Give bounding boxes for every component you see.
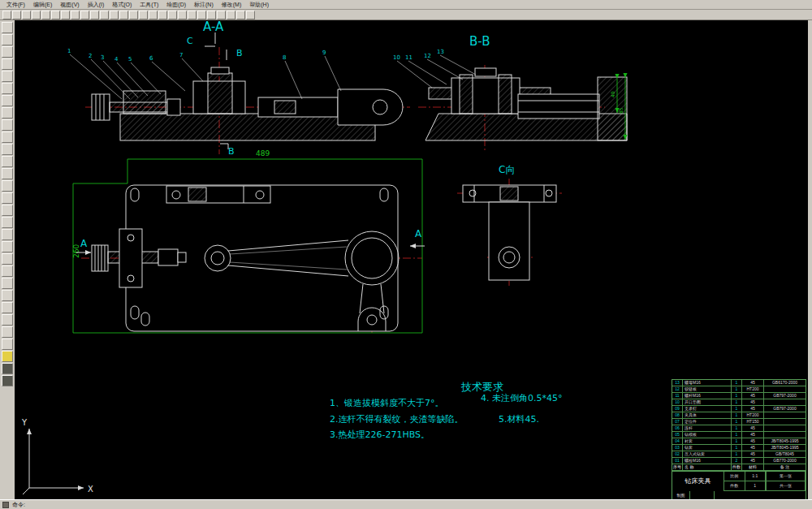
side-toolbar-button[interactable] <box>2 119 13 131</box>
side-toolbar-button[interactable] <box>2 265 13 277</box>
side-toolbar-button[interactable] <box>2 205 13 216</box>
menu-item[interactable]: 视图(V) <box>57 1 82 9</box>
toolbar-button[interactable] <box>188 11 197 19</box>
side-toolbar-button[interactable] <box>2 168 13 179</box>
side-toolbar-button[interactable] <box>2 375 13 386</box>
toolbar-button[interactable] <box>129 11 138 19</box>
toolbar-button[interactable] <box>119 11 128 19</box>
bom-cell-no: 09 <box>672 406 683 412</box>
menu-item[interactable]: 格式(O) <box>109 1 135 9</box>
bom-cell-note <box>764 425 806 431</box>
side-toolbar-button[interactable] <box>2 22 13 33</box>
bom-cell-note <box>764 386 806 392</box>
technical-requirements: 技术要求 1、锻造拔模斜度不大于7°。 4. 未注倒角0.5*45° 2.连杆不… <box>330 381 562 440</box>
side-toolbar-button[interactable] <box>2 363 13 374</box>
menu-item[interactable]: 文件(F) <box>3 1 28 9</box>
side-toolbar-button[interactable] <box>2 144 13 155</box>
menu-item[interactable]: 绘图(D) <box>163 1 189 9</box>
toolbar-button[interactable] <box>197 11 206 19</box>
toolbar-button[interactable] <box>61 11 70 19</box>
toolbar-button[interactable] <box>158 11 167 19</box>
right-scrollbar[interactable] <box>808 20 812 499</box>
toolbar-button[interactable] <box>168 11 177 19</box>
view-label-c: C向 <box>499 164 515 175</box>
qty-label: 件数 <box>724 481 745 491</box>
dim-plan-width: 489 <box>256 149 270 157</box>
menu-item[interactable]: 插入(I) <box>84 1 108 9</box>
toolbar-button[interactable] <box>139 11 148 19</box>
side-toolbar-button[interactable] <box>2 290 13 301</box>
callout-10: 10 <box>393 54 400 61</box>
bom-cell-name: 压入式钻套 <box>683 451 732 457</box>
side-toolbar-button[interactable] <box>2 241 13 252</box>
bom-cell-mat: 45 <box>742 393 764 399</box>
side-toolbar-button[interactable] <box>2 302 13 313</box>
toolbar-button[interactable] <box>90 11 99 19</box>
side-toolbar-button[interactable] <box>2 83 13 94</box>
menu-item[interactable]: 帮助(H) <box>246 1 272 9</box>
toolbar-button[interactable] <box>80 11 89 19</box>
title-block-sheets: 第一张 共一张 <box>767 472 806 491</box>
command-bar[interactable]: 命令: <box>0 499 812 509</box>
side-toolbar-button[interactable] <box>2 180 13 192</box>
bom-cell-qty: 1 <box>732 432 742 438</box>
side-toolbar-button[interactable] <box>2 107 13 119</box>
toolbar-button[interactable] <box>236 11 245 19</box>
bom-cell-mat: 材料 <box>742 464 764 470</box>
toolbar-button[interactable] <box>110 11 119 19</box>
bom-cell-note <box>764 399 806 405</box>
bom-cell-no: 12 <box>672 386 683 392</box>
side-toolbar-button[interactable] <box>2 314 13 326</box>
command-prompt[interactable]: 命令: <box>12 501 25 509</box>
toolbar-button[interactable] <box>71 11 80 19</box>
side-toolbar-button[interactable] <box>2 71 13 82</box>
side-toolbar-button[interactable] <box>2 34 13 45</box>
side-toolbar-button[interactable] <box>2 339 13 350</box>
toolbar-button[interactable] <box>12 11 21 19</box>
bom-header-row: 序号名 称件数材料备 注 <box>672 464 806 471</box>
menu-item[interactable]: 修改(M) <box>218 1 245 9</box>
toolbar-button[interactable] <box>149 11 158 19</box>
toolbar-button[interactable] <box>246 11 255 19</box>
toolbar-button[interactable] <box>227 11 235 19</box>
tech-req-line-1: 1、锻造拔模斜度不大于7°。 <box>330 398 444 408</box>
bom-cell-note: GB6170-2000 <box>764 380 806 386</box>
callout-7: 7 <box>179 52 183 58</box>
side-toolbar-button[interactable] <box>2 95 13 106</box>
bom-cell-qty: 1 <box>732 406 742 412</box>
toolbar-button[interactable] <box>178 11 187 19</box>
side-toolbar-button[interactable] <box>2 278 13 289</box>
side-toolbar-button[interactable] <box>2 326 13 338</box>
side-toolbar-button[interactable] <box>2 217 13 228</box>
toolbar-button[interactable] <box>22 11 31 19</box>
bom-cell-name: 夹具体 <box>683 412 732 418</box>
menu-item[interactable]: 编辑(E) <box>30 1 55 9</box>
toolbar-button[interactable] <box>2 11 11 19</box>
side-toolbar-button[interactable] <box>2 46 13 58</box>
toolbar-button[interactable] <box>217 11 226 19</box>
bom-cell-qty: 1 <box>732 380 742 386</box>
drawing-area[interactable]: A-A C B B 1 2 3 4 5 6 <box>15 20 808 499</box>
toolbar-button[interactable] <box>51 11 60 19</box>
toolbar-button[interactable] <box>207 11 216 19</box>
menu-item[interactable]: 工具(T) <box>136 1 162 9</box>
side-toolbar-button[interactable] <box>2 192 13 204</box>
side-toolbar-button[interactable] <box>2 351 13 362</box>
side-toolbar-button[interactable] <box>2 58 13 70</box>
callout-1: 1 <box>67 48 71 54</box>
bom-cell-mat: 45 <box>742 432 764 438</box>
bom-cell-name: 铰链板 <box>683 386 732 392</box>
side-toolbar-button[interactable] <box>2 132 13 143</box>
bom-cell-note <box>764 432 806 438</box>
side-toolbar-button[interactable] <box>2 253 13 265</box>
bom-cell-mat: 45 <box>742 425 764 431</box>
toolbar-button[interactable] <box>100 11 109 19</box>
bom-cell-name: 定位件 <box>683 419 732 425</box>
section-mark-a-right: A <box>415 228 422 239</box>
toolbar-button[interactable] <box>41 11 50 19</box>
side-toolbar-button[interactable] <box>2 156 13 167</box>
toolbar-button[interactable] <box>32 11 41 19</box>
menu-item[interactable]: 标注(N) <box>191 1 217 9</box>
side-toolbar-button[interactable] <box>2 229 13 240</box>
bom-cell-qty: 1 <box>732 399 742 405</box>
